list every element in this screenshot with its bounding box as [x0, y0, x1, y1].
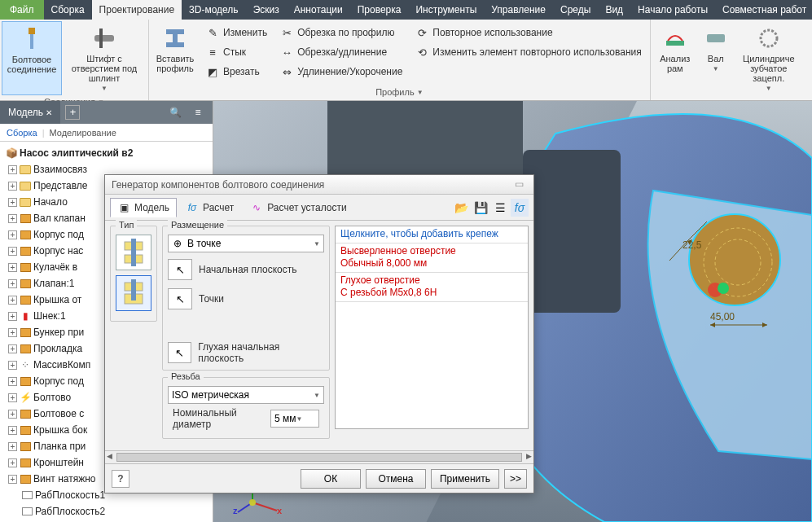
- svg-rect-27: [131, 279, 136, 300]
- type-group: Тип: [110, 226, 157, 322]
- arrow-icon: ⇔: [280, 65, 293, 78]
- cancel-button[interactable]: Отмена: [366, 469, 426, 489]
- placement-group: Размещение ⊕ В точке▼ ↖ Начальная плоско…: [162, 226, 330, 371]
- label: Анализ рам: [654, 54, 696, 73]
- menu-item[interactable]: Управление: [484, 0, 553, 20]
- modify-button[interactable]: ✎Изменить: [201, 23, 272, 42]
- menu-item[interactable]: Аннотации: [287, 0, 350, 20]
- thread-standard-select[interactable]: ISO метрическая▼: [168, 386, 324, 404]
- svg-rect-3: [99, 29, 103, 48]
- extend-icon: ↔: [280, 46, 293, 59]
- menu-item[interactable]: Инструменты: [408, 0, 484, 20]
- svg-rect-1: [30, 34, 33, 49]
- expand-icon[interactable]: +: [8, 377, 17, 386]
- type-blind-button[interactable]: [116, 275, 151, 311]
- expand-icon[interactable]: +: [8, 393, 17, 402]
- expand-icon[interactable]: +: [8, 426, 17, 435]
- expand-icon[interactable]: +: [8, 296, 17, 305]
- panel-menu-icon[interactable]: ≡: [190, 107, 206, 118]
- expand-icon[interactable]: +: [8, 279, 17, 288]
- expand-icon[interactable]: +: [8, 198, 17, 207]
- add-tab-button[interactable]: +: [65, 105, 80, 120]
- trim-extend-button[interactable]: ↔Обрезка/удлинение: [275, 42, 407, 62]
- tab-fatigue[interactable]: ∿Расчет усталости: [243, 198, 353, 217]
- svg-rect-0: [29, 28, 35, 34]
- more-button[interactable]: >>: [504, 469, 527, 489]
- fastener-list[interactable]: Щелкните, чтобы добавить крепеж Высверле…: [335, 226, 529, 429]
- shaft-button[interactable]: Вал ▼: [698, 21, 734, 95]
- expand-icon[interactable]: +: [8, 182, 17, 191]
- expand-icon[interactable]: +: [8, 263, 17, 272]
- cut-button[interactable]: ◩Врезать: [201, 62, 272, 81]
- expand-icon[interactable]: +: [8, 230, 17, 239]
- label: Глухая начальная плоскость: [198, 341, 324, 364]
- assembly-icon: 📦: [5, 147, 18, 159]
- tab-calc[interactable]: fσРасчет: [178, 198, 241, 217]
- menu-item[interactable]: Сборка: [44, 0, 92, 20]
- expand-icon[interactable]: +: [8, 214, 17, 223]
- placement-mode-select[interactable]: ⊕ В точке▼: [168, 235, 324, 252]
- tree-root[interactable]: 📦 Насос элиптический в2: [0, 145, 213, 161]
- menu-item-active[interactable]: Проектирование: [92, 0, 182, 20]
- menu-item[interactable]: Вид: [598, 0, 630, 20]
- tab-model[interactable]: ▣Модель: [110, 198, 177, 217]
- expand-icon[interactable]: +: [8, 410, 17, 419]
- search-icon[interactable]: 🔍: [167, 107, 183, 118]
- toggle-modeling[interactable]: Моделирование: [50, 128, 116, 138]
- modify-reuse-button[interactable]: ⟲Изменить элемент повторного использован…: [410, 42, 646, 62]
- gear-button[interactable]: Цилиндриче зубчатое зацепл. ▼: [734, 21, 804, 95]
- ok-button[interactable]: ОК: [301, 469, 361, 489]
- toggle-assembly[interactable]: Сборка: [7, 128, 37, 138]
- menu-item[interactable]: Совместная работ: [715, 0, 812, 20]
- pick-points-button[interactable]: ↖: [168, 288, 192, 309]
- expand-icon[interactable]: +: [8, 361, 17, 370]
- apply-button[interactable]: Применить: [431, 469, 499, 489]
- trim-profile-button[interactable]: ✂Обрезка по профилю: [275, 23, 407, 42]
- add-fastener-row[interactable]: Щелкните, чтобы добавить крепеж: [336, 226, 528, 243]
- dialog-titlebar[interactable]: Генератор компонентов болтового соединен…: [105, 175, 533, 195]
- butt-button[interactable]: ≡Стык: [201, 42, 272, 62]
- menu-item[interactable]: Эскиз: [246, 0, 287, 20]
- menu-item[interactable]: Начало работы: [630, 0, 715, 20]
- options-icon[interactable]: ☰: [491, 199, 509, 217]
- expand-icon[interactable]: +: [8, 165, 17, 174]
- fx-options-icon[interactable]: fσ: [511, 199, 529, 217]
- expand-icon[interactable]: +: [8, 344, 17, 353]
- expand-icon[interactable]: +: [8, 442, 17, 451]
- nominal-diameter-select[interactable]: 5 мм▼: [270, 410, 319, 428]
- insert-profile-button[interactable]: Вставить профиль: [151, 21, 200, 84]
- legend: Резьба: [168, 371, 204, 381]
- close-icon[interactable]: ▭: [511, 178, 527, 191]
- expand-icon[interactable]: +: [8, 475, 17, 484]
- panel-tab-model[interactable]: Модель ✕: [0, 101, 60, 124]
- node-icon: [19, 375, 32, 387]
- bolt-connection-button[interactable]: Болтовое соединение: [2, 21, 62, 95]
- list-item[interactable]: Высверленное отверстиеОбычный 8,000 мм: [336, 243, 528, 273]
- dimension-2: 45,00: [710, 311, 735, 322]
- pick-blind-plane-button[interactable]: ↖: [168, 342, 191, 363]
- menu-file[interactable]: Файл: [0, 0, 44, 20]
- type-through-button[interactable]: [116, 235, 151, 270]
- save-icon[interactable]: 💾: [472, 199, 489, 217]
- extend-shorten-button[interactable]: ⇔Удлинение/Укорочение: [275, 62, 407, 81]
- node-icon: [19, 196, 32, 208]
- dropdown-caret-icon: ▼: [713, 65, 719, 72]
- svg-point-10: [689, 214, 780, 305]
- menu-item[interactable]: Проверка: [350, 0, 409, 20]
- dialog-scrollbar[interactable]: ◀▶: [105, 450, 533, 463]
- frame-analysis-button[interactable]: Анализ рам: [652, 21, 698, 95]
- reuse-button[interactable]: ⟳Повторное использование: [410, 23, 646, 42]
- pick-start-plane-button[interactable]: ↖: [168, 259, 192, 280]
- cube-icon: ▣: [117, 201, 130, 214]
- tree-node[interactable]: РабПлоскость2: [0, 503, 213, 520]
- expand-icon[interactable]: +: [8, 247, 17, 256]
- menu-item[interactable]: Среды: [553, 0, 598, 20]
- pin-button[interactable]: Штифт с отверстием под шплинт ▼: [62, 21, 147, 95]
- list-item[interactable]: Глухое отверстиеС резьбой M5x0,8 6H: [336, 273, 528, 302]
- menu-item[interactable]: 3D-модель: [182, 0, 246, 20]
- open-icon[interactable]: 📂: [452, 199, 470, 217]
- expand-icon[interactable]: +: [8, 458, 17, 467]
- expand-icon[interactable]: +: [8, 328, 17, 337]
- help-button[interactable]: ?: [112, 470, 129, 488]
- expand-icon[interactable]: +: [8, 312, 17, 321]
